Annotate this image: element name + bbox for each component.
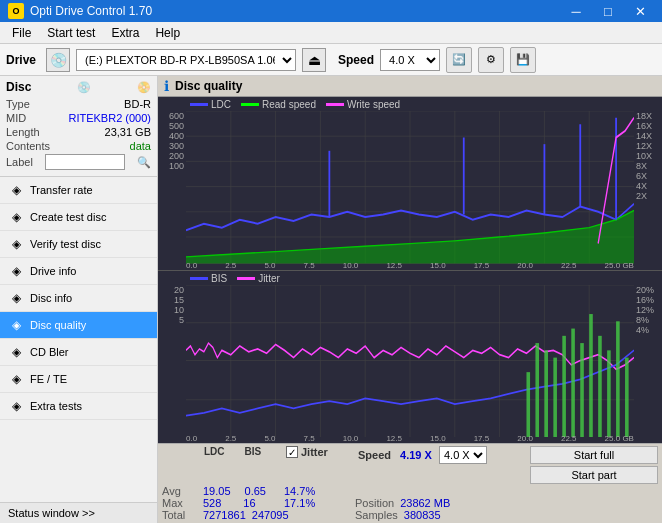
stats-max-row: Max 528 16 17.1% Position 23862 MB [162,497,658,509]
sidebar-item-disc-info-label: Disc info [30,292,72,304]
avg-bis: 0.65 [245,485,266,497]
fe-te-icon: ◈ [8,371,24,387]
sidebar-item-drive-info[interactable]: ◈ Drive info [0,258,157,285]
legend-ldc-label: LDC [211,99,231,110]
jitter-checkbox[interactable] [286,446,298,458]
drive-select[interactable]: (E:) PLEXTOR BD-R PX-LB950SA 1.06 [76,49,296,71]
disc-contents-label: Contents [6,140,50,152]
position-value: 23862 MB [400,497,450,509]
disc-contents-value: data [130,140,151,152]
bottom-y-axis-left: 20 15 10 5 [158,285,186,325]
position-label: Position [355,497,394,509]
sidebar-item-transfer-rate[interactable]: ◈ Transfer rate [0,177,157,204]
avg-jitter: 14.7% [284,485,354,497]
sidebar-item-disc-info[interactable]: ◈ Disc info [0,285,157,312]
speed-header-label: Speed [358,449,391,461]
sidebar-item-disc-quality-label: Disc quality [30,319,86,331]
menu-extra[interactable]: Extra [103,24,147,42]
minimize-button[interactable]: ─ [562,0,590,22]
menu-file[interactable]: File [4,24,39,42]
settings-button[interactable]: ⚙ [478,47,504,73]
disc-header: Disc 💿 📀 [6,80,151,94]
sidebar-item-verify-test-disc[interactable]: ◈ Verify test disc [0,231,157,258]
total-label: Total [162,509,202,521]
drive-label: Drive [6,53,36,67]
svg-rect-39 [553,357,557,437]
disc-label-input[interactable] [45,154,125,170]
bottom-chart-svg [186,285,634,438]
stats-ldc-bis-header: LDC BIS [204,446,284,457]
disc-label-row: Label 🔍 [6,154,151,170]
refresh-button[interactable]: 🔄 [446,47,472,73]
disc-mid-value: RITEKBR2 (000) [68,112,151,124]
sidebar-item-fe-te[interactable]: ◈ FE / TE [0,366,157,393]
status-window-button[interactable]: Status window >> [0,502,157,523]
svg-rect-41 [571,328,575,437]
disc-length-row: Length 23,31 GB [6,126,151,138]
sidebar-menu: ◈ Transfer rate ◈ Create test disc ◈ Ver… [0,177,157,502]
eject-button[interactable]: ⏏ [302,48,326,72]
legend-bis: BIS [190,273,227,284]
legend-jitter-color [237,277,255,280]
samples-col: Samples 380835 [355,509,525,521]
drive-bar: Drive 💿 (E:) PLEXTOR BD-R PX-LB950SA 1.0… [0,44,662,76]
legend-bis-color [190,277,208,280]
disc-contents-row: Contents data [6,140,151,152]
stats-bis-header: BIS [245,446,262,457]
top-y-axis-right: 18X 16X 14X 12X 10X 8X 6X 4X 2X [634,111,662,201]
maximize-button[interactable]: □ [594,0,622,22]
legend-bis-label: BIS [211,273,227,284]
disc-panel: Disc 💿 📀 Type BD-R MID RITEKBR2 (000) Le… [0,76,157,177]
sidebar-item-disc-quality[interactable]: ◈ Disc quality [0,312,157,339]
legend-ldc: LDC [190,99,231,110]
save-button[interactable]: 💾 [510,47,536,73]
window-controls: ─ □ ✕ [562,0,654,22]
legend-write-color [326,103,344,106]
sidebar-item-create-test-disc[interactable]: ◈ Create test disc [0,204,157,231]
chart-header-title: Disc quality [175,79,242,93]
disc-label-icon[interactable]: 🔍 [137,156,151,169]
sidebar-item-cd-bler[interactable]: ◈ CD Bler [0,339,157,366]
svg-rect-37 [535,343,539,437]
top-legend: LDC Read speed Write speed [190,99,400,110]
jitter-header-label: Jitter [301,446,328,458]
chart-header: ℹ Disc quality [158,76,662,97]
disc-icon: 💿 [77,81,91,94]
disc-mid-row: MID RITEKBR2 (000) [6,112,151,124]
max-bis: 16 [243,497,255,509]
disc-length-label: Length [6,126,40,138]
legend-read-label: Read speed [262,99,316,110]
app-title: Opti Drive Control 1.70 [30,4,562,18]
drive-icon-button[interactable]: 💿 [46,48,70,72]
disc-label-label: Label [6,156,33,168]
start-part-button[interactable]: Start part [530,466,658,484]
stats-section: LDC BIS Jitter Speed 4.19 X 4.0 X [158,443,662,523]
svg-rect-36 [526,372,530,437]
disc-info-icon: ◈ [8,290,24,306]
legend-write-label: Write speed [347,99,400,110]
samples-label: Samples [355,509,398,521]
speed-select[interactable]: 4.0 X [380,49,440,71]
main-content: ℹ Disc quality LDC Read speed [158,76,662,523]
svg-rect-40 [562,335,566,437]
legend-read: Read speed [241,99,316,110]
menu-start-test[interactable]: Start test [39,24,103,42]
stats-speed-header: Speed 4.19 X 4.0 X [358,446,528,464]
avg-label: Avg [162,485,202,497]
speed-dropdown[interactable]: 4.0 X [439,446,487,464]
start-full-button[interactable]: Start full [530,446,658,464]
disc-icon2: 📀 [137,81,151,94]
legend-ldc-color [190,103,208,106]
legend-write: Write speed [326,99,400,110]
title-bar: O Opti Drive Control 1.70 ─ □ ✕ [0,0,662,22]
menu-help[interactable]: Help [147,24,188,42]
avg-ldc: 19.05 [203,485,231,497]
chart-area: LDC Read speed Write speed [158,97,662,523]
close-button[interactable]: ✕ [626,0,654,22]
disc-type-row: Type BD-R [6,98,151,110]
sidebar-item-extra-tests[interactable]: ◈ Extra tests [0,393,157,420]
sidebar-item-create-test-disc-label: Create test disc [30,211,106,223]
transfer-rate-icon: ◈ [8,182,24,198]
svg-rect-44 [598,335,602,437]
max-ldc: 528 [203,497,221,509]
